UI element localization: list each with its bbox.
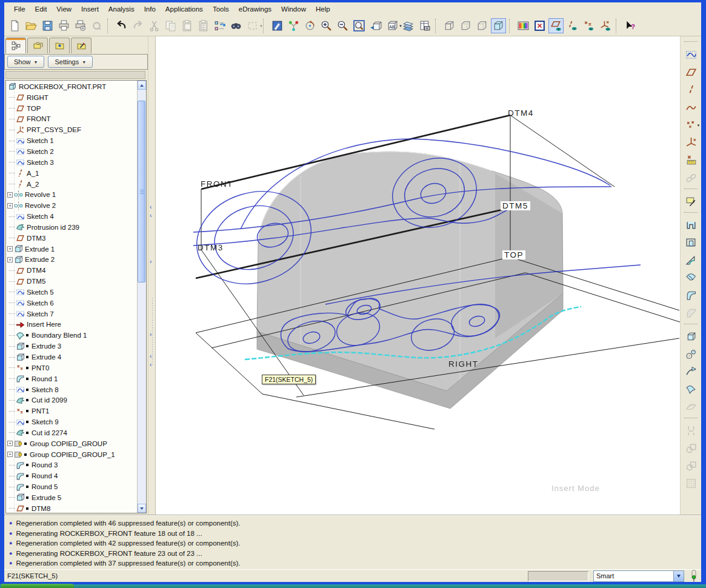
- expand-plus-icon[interactable]: +: [7, 257, 13, 262]
- tree-item-extrude-3[interactable]: Extrude 3: [6, 341, 137, 352]
- sash-collapse-icon[interactable]: ‹: [150, 205, 152, 210]
- expand-plus-icon[interactable]: +: [7, 246, 13, 252]
- tree-item-sketch-5[interactable]: Sketch 5: [6, 287, 137, 298]
- tree-item-dtm4[interactable]: DTM4: [6, 265, 137, 276]
- menu-applications[interactable]: Applications: [161, 4, 208, 14]
- sash-expand-icon[interactable]: ›: [150, 332, 152, 337]
- tree-item-sketch-8[interactable]: Sketch 8: [6, 384, 137, 395]
- tree-item-sketch-2[interactable]: Sketch 2: [6, 146, 137, 157]
- chamfer-tool[interactable]: [683, 305, 699, 321]
- menu-insert[interactable]: Insert: [76, 4, 104, 14]
- find-button[interactable]: [228, 18, 244, 33]
- tree-item-extrude-5[interactable]: Extrude 5: [6, 492, 137, 503]
- offset-tool[interactable]: [683, 440, 699, 456]
- wireframe-display-button[interactable]: [442, 18, 457, 33]
- model-tree-scrollbar[interactable]: [137, 81, 146, 513]
- view-manager-button[interactable]: [417, 18, 432, 33]
- sweep-tool[interactable]: [683, 252, 699, 269]
- tree-item-sketch-3[interactable]: Sketch 3: [6, 157, 137, 168]
- tree-item-dtm8[interactable]: DTM8: [6, 503, 137, 513]
- menu-analysis[interactable]: Analysis: [104, 4, 139, 14]
- tree-item-a-2[interactable]: A_2: [6, 179, 137, 190]
- tree-item-group-copied-group[interactable]: +Group COPIED_GROUP: [6, 438, 137, 449]
- email-link-button[interactable]: [89, 18, 104, 33]
- tree-item-front[interactable]: FRONT: [6, 114, 137, 125]
- expand-plus-icon[interactable]: +: [7, 203, 13, 209]
- appearance-gallery-button[interactable]: [516, 18, 531, 33]
- zoom-in-button[interactable]: [319, 18, 334, 33]
- annotation-display-button[interactable]: [532, 18, 547, 33]
- regenerate-button[interactable]: [212, 18, 227, 33]
- graphics-viewport[interactable]: FRONTDTM4DTM3DTM5TOPRIGHT F21(SKETCH_5) …: [156, 36, 680, 515]
- save-button[interactable]: [40, 18, 55, 33]
- point-display-button[interactable]: [581, 18, 596, 33]
- reorient-view-button[interactable]: [368, 18, 383, 33]
- datum-axis-tool[interactable]: [683, 82, 699, 98]
- tree-item-extrude-4[interactable]: Extrude 4: [6, 352, 137, 362]
- tree-item-revolve-2[interactable]: +Revolve 2: [6, 200, 137, 211]
- tree-item-round-1[interactable]: Round 1: [6, 373, 137, 384]
- extrude-surface-tool[interactable]: [683, 329, 699, 345]
- tab-folder-browser[interactable]: [27, 38, 48, 53]
- repaint-button[interactable]: [270, 18, 285, 33]
- undo-button[interactable]: [114, 18, 129, 33]
- settings-menu-button[interactable]: Settings▼: [48, 56, 93, 68]
- sash-collapse-icon[interactable]: ‹: [150, 213, 152, 218]
- navigator-sash[interactable]: ‹ ‹ › › ‹ ‹: [148, 36, 156, 515]
- menu-tools[interactable]: Tools: [208, 4, 234, 14]
- tree-item-cut-id-2274[interactable]: Cut id 2274: [6, 427, 137, 438]
- chevron-down-icon[interactable]: [673, 571, 684, 581]
- show-menu-button[interactable]: Show▼: [7, 56, 44, 68]
- expand-plus-icon[interactable]: +: [7, 192, 13, 198]
- csys-display-button[interactable]: [598, 18, 613, 33]
- shaded-display-button[interactable]: [491, 18, 506, 33]
- trim-tool[interactable]: [683, 423, 699, 439]
- tree-item-rockerbox-front-prt[interactable]: ROCKERBOX_FRONT.PRT: [6, 81, 137, 92]
- menu-edrawings[interactable]: eDrawings: [234, 4, 276, 14]
- scrollbar-thumb[interactable]: [138, 101, 145, 282]
- tree-item-extrude-2[interactable]: +Extrude 2: [6, 255, 137, 266]
- tree-item-pnt1[interactable]: PNT1: [6, 406, 137, 416]
- style-tool[interactable]: [683, 399, 699, 415]
- tree-item-sketch-9[interactable]: Sketch 9: [6, 416, 137, 427]
- tree-item-sketch-7[interactable]: Sketch 7: [6, 309, 137, 319]
- tree-item-dtm5[interactable]: DTM5: [6, 276, 137, 287]
- print-preview-button[interactable]: [73, 18, 88, 33]
- tree-item-protrusion-id-239[interactable]: Protrusion id 239: [6, 222, 137, 233]
- orient-mode-button[interactable]: [302, 18, 318, 33]
- menu-edit[interactable]: Edit: [30, 4, 52, 14]
- layers-button[interactable]: [401, 18, 416, 33]
- context-help-button[interactable]: ?: [622, 18, 638, 33]
- tab-model-tree[interactable]: [5, 38, 26, 53]
- copy-button[interactable]: [163, 18, 178, 33]
- revolve-tool[interactable]: [683, 235, 699, 251]
- merge-tool[interactable]: [683, 458, 699, 474]
- paste-special-button[interactable]: [196, 18, 211, 33]
- tree-item-sketch-6[interactable]: Sketch 6: [6, 298, 137, 309]
- hidden-line-display-button[interactable]: [458, 18, 473, 33]
- tree-item-pnt0[interactable]: PNT0: [6, 362, 137, 373]
- select-mode-button[interactable]: ▼: [245, 18, 260, 33]
- sketch-tool[interactable]: [683, 47, 699, 63]
- expand-plus-icon[interactable]: +: [7, 452, 13, 457]
- round-tool[interactable]: [683, 287, 699, 304]
- plane-display-button[interactable]: [548, 18, 564, 33]
- datum-plane-tool[interactable]: [683, 64, 699, 81]
- menu-info[interactable]: Info: [139, 4, 161, 14]
- model-intent-link-tool[interactable]: [683, 170, 699, 186]
- datum-point-tool[interactable]: ▼: [683, 117, 699, 133]
- paste-button[interactable]: [179, 18, 195, 33]
- chevron-down-icon[interactable]: ▼: [259, 24, 263, 28]
- cut-button[interactable]: [147, 18, 162, 33]
- scrollbar-track[interactable]: [138, 90, 146, 504]
- refit-button[interactable]: [351, 18, 367, 33]
- redo-button[interactable]: [130, 18, 145, 33]
- tree-item-sketch-4[interactable]: Sketch 4: [6, 211, 137, 222]
- expand-plus-icon[interactable]: +: [7, 441, 13, 446]
- no-hidden-display-button[interactable]: [475, 18, 490, 33]
- tab-connections[interactable]: [71, 38, 92, 53]
- tree-item-boundary-blend-1[interactable]: Boundary Blend 1: [6, 330, 137, 341]
- tree-item-top[interactable]: TOP: [6, 103, 137, 114]
- tree-item-round-5[interactable]: Round 5: [6, 481, 137, 492]
- tree-item-dtm3[interactable]: DTM3: [6, 233, 137, 244]
